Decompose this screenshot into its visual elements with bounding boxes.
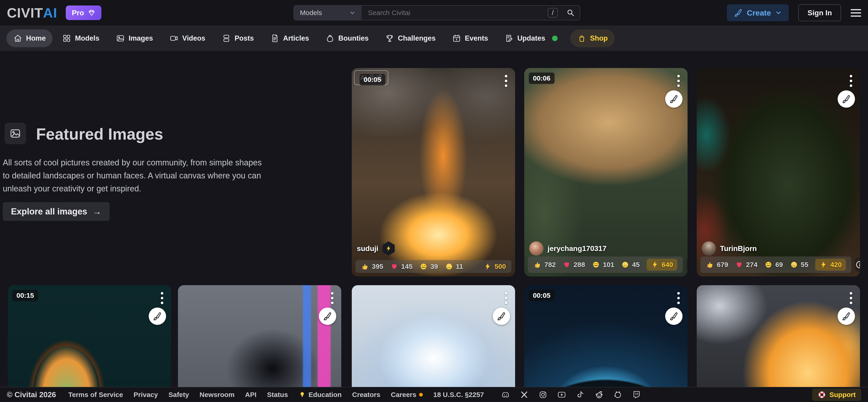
footer-link-api[interactable]: API (245, 391, 256, 399)
card-menu-button[interactable] (330, 291, 335, 305)
nav-item-videos[interactable]: Videos (163, 29, 212, 47)
card-user[interactable]: suduji (357, 241, 395, 256)
cry-reaction[interactable]: 55 (790, 261, 808, 269)
thumbs-up-icon (361, 262, 369, 271)
card-menu-button[interactable] (503, 291, 509, 305)
info-button[interactable] (855, 258, 860, 272)
discord-icon[interactable] (501, 390, 510, 399)
heart-reaction[interactable]: 274 (735, 261, 757, 269)
nav-item-home[interactable]: Home (6, 29, 53, 47)
instagram-icon[interactable] (538, 390, 548, 399)
twitch-icon[interactable] (632, 390, 641, 399)
reddit-icon[interactable] (595, 390, 604, 399)
avatar (529, 241, 544, 256)
image-card[interactable]: 00:05 (524, 285, 687, 402)
civitai-logo[interactable]: CIVITAI (7, 5, 57, 21)
remix-brush-button[interactable] (149, 307, 166, 325)
video-duration-badge: 00:05 (360, 74, 385, 85)
image-card[interactable] (697, 285, 860, 402)
zap-tip[interactable]: 640 (647, 259, 677, 271)
info-button[interactable] (686, 258, 687, 272)
card-menu-button[interactable] (676, 73, 681, 88)
search-button[interactable] (561, 6, 580, 20)
reaction-pill: 782 288 101 45 640 (528, 257, 683, 273)
video-duration-badge: 00:05 (529, 290, 555, 301)
remix-brush-button[interactable] (665, 307, 683, 325)
tiktok-icon[interactable] (576, 390, 585, 399)
like-reaction[interactable]: 395 (361, 262, 383, 271)
card-menu-button[interactable] (848, 291, 854, 305)
image-icon (116, 34, 125, 43)
image-card[interactable] (178, 285, 341, 402)
image-card[interactable]: 00:06 jerychang170317 782 288 101 45 640 (524, 68, 687, 276)
reaction-pill: 679 274 69 55 420 (700, 257, 851, 273)
heart-reaction[interactable]: 145 (390, 262, 412, 271)
pro-button[interactable]: Pro (66, 5, 101, 20)
search-category-select[interactable]: Models (294, 6, 362, 20)
cry-reaction[interactable]: 11 (445, 262, 463, 271)
laugh-reaction[interactable]: 69 (764, 261, 783, 269)
nav-label: Events (465, 34, 488, 42)
heart-reaction[interactable]: 288 (563, 261, 585, 269)
arrow-right-icon: → (93, 207, 101, 216)
create-button[interactable]: Create (727, 4, 789, 21)
nav-item-challenges[interactable]: Challenges (378, 29, 442, 47)
card-user[interactable]: TurinBjorn (702, 241, 757, 256)
card-menu-button[interactable] (676, 291, 681, 305)
like-reaction[interactable]: 782 (533, 261, 556, 269)
remix-brush-button[interactable] (319, 307, 336, 325)
calendar-icon (452, 34, 461, 43)
zap-tip[interactable]: 420 (815, 259, 846, 271)
card-menu-button[interactable] (159, 291, 165, 305)
zap-tip[interactable]: 500 (484, 262, 506, 271)
remix-brush-button[interactable] (665, 90, 683, 108)
copyright: © Civitai 2026 (7, 390, 56, 399)
like-reaction[interactable]: 679 (706, 261, 728, 269)
image-card[interactable]: TurinBjorn 679 274 69 55 420 (697, 68, 860, 276)
card-user[interactable]: jerychang170317 (529, 241, 607, 256)
footer-link-privacy[interactable]: Privacy (134, 391, 158, 399)
nav-item-updates[interactable]: Updates (498, 29, 564, 47)
footer-link-careers[interactable]: Careers (391, 391, 423, 399)
footer-link-usc2257[interactable]: 18 U.S.C. §2257 (433, 391, 484, 399)
image-card[interactable]: AI 生成 00:05 suduji 395 145 39 11 500 (352, 68, 515, 276)
search-icon (566, 8, 575, 18)
hamburger-menu-button[interactable] (850, 9, 861, 16)
support-button[interactable]: Support (812, 389, 861, 401)
nav-item-posts[interactable]: Posts (215, 29, 260, 47)
featured-images-icon (5, 123, 26, 144)
youtube-icon[interactable] (557, 390, 566, 399)
cry-reaction[interactable]: 45 (621, 261, 640, 269)
explore-all-images-button[interactable]: Explore all images → (3, 202, 110, 221)
laugh-reaction[interactable]: 39 (420, 262, 438, 271)
card-menu-button[interactable] (503, 73, 509, 88)
remix-brush-button[interactable] (838, 90, 855, 108)
footer-link-safety[interactable]: Safety (168, 391, 189, 399)
image-card[interactable] (352, 285, 515, 402)
nav-item-models[interactable]: Models (55, 29, 106, 47)
card-image (524, 285, 687, 402)
nav-item-images[interactable]: Images (109, 29, 160, 47)
chevron-down-icon (349, 9, 355, 16)
nav-item-articles[interactable]: Articles (264, 29, 316, 47)
thumbs-up-icon (533, 261, 541, 269)
footer-link-newsroom[interactable]: Newsroom (199, 391, 235, 399)
footer-link-creators[interactable]: Creators (352, 391, 380, 399)
nav-item-events[interactable]: Events (445, 29, 495, 47)
laugh-emoji-icon (764, 261, 773, 269)
card-menu-button[interactable] (848, 73, 854, 88)
nav-item-shop[interactable]: Shop (570, 29, 615, 47)
nav-item-bounties[interactable]: Bounties (319, 29, 375, 47)
sign-in-button[interactable]: Sign In (798, 4, 841, 21)
github-icon[interactable] (613, 390, 622, 399)
image-card[interactable]: 00:15 (8, 285, 171, 402)
x-twitter-icon[interactable] (520, 390, 529, 399)
remix-brush-button[interactable] (838, 307, 855, 325)
search-input[interactable] (362, 6, 548, 20)
laugh-reaction[interactable]: 101 (592, 261, 614, 269)
footer-link-education[interactable]: Education (299, 391, 342, 399)
footer-link-terms[interactable]: Terms of Service (68, 391, 123, 399)
footer-link-status[interactable]: Status (267, 391, 288, 399)
logo-ai: AI (43, 5, 57, 21)
remix-brush-button[interactable] (493, 307, 510, 325)
